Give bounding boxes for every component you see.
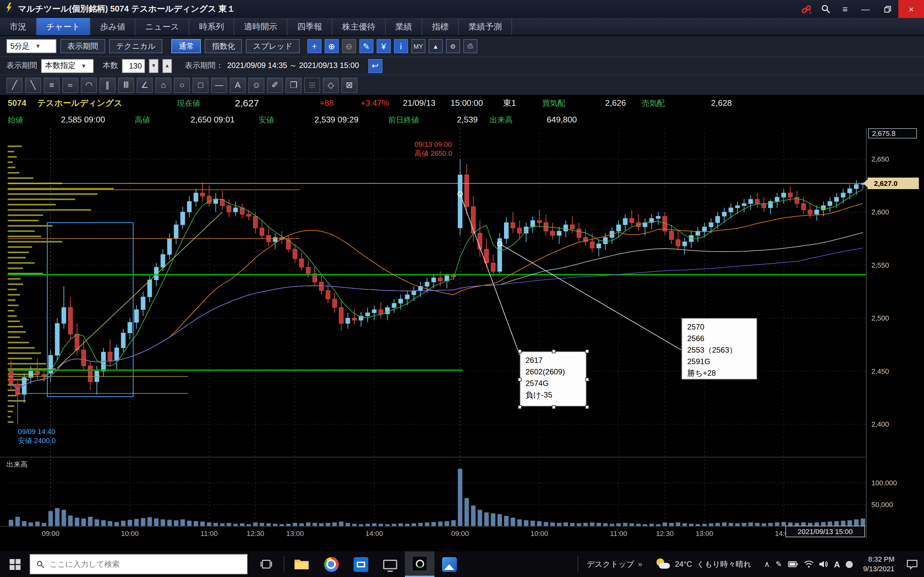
wifi-icon[interactable] bbox=[804, 560, 813, 568]
ime-mode-icon[interactable]: A bbox=[834, 559, 840, 569]
resize-handle[interactable] bbox=[518, 350, 522, 353]
pen-icon[interactable]: ✎ bbox=[775, 560, 782, 569]
tab-4[interactable]: ニュース bbox=[136, 18, 189, 35]
resize-handle[interactable] bbox=[552, 350, 556, 353]
photos-app-icon[interactable] bbox=[435, 551, 464, 577]
file-explorer-icon[interactable] bbox=[287, 551, 317, 577]
icon-stamp-tool[interactable]: ☺ bbox=[248, 77, 264, 93]
eraser-tool[interactable]: ◇ bbox=[323, 77, 339, 93]
chart-canvas[interactable]: 2,6502,6002,5502,5002,4502,400100,00050,… bbox=[0, 128, 924, 551]
desktop-toolbar[interactable]: デスクトップ » bbox=[580, 559, 649, 570]
tab-7[interactable]: 四季報 bbox=[288, 18, 333, 35]
volume-icon[interactable] bbox=[819, 560, 828, 568]
menu-icon[interactable]: ≡ bbox=[835, 0, 855, 18]
chrome-icon[interactable] bbox=[317, 551, 346, 577]
pointer-stamp-tool[interactable]: ✐ bbox=[267, 77, 283, 93]
segment-tool[interactable]: — bbox=[211, 77, 227, 93]
interval-select[interactable]: 5分足▼ bbox=[6, 39, 57, 53]
weather-widget[interactable]: 24°C くもり時々晴れ bbox=[649, 558, 759, 571]
ellipse-tool[interactable]: ○ bbox=[174, 77, 190, 93]
taskbar-separator bbox=[577, 556, 578, 572]
trade-note-2[interactable]: 2570 2566 2553（2563） 2591G 勝ち+28 bbox=[682, 318, 757, 380]
mode-index-button[interactable]: 指数化 bbox=[205, 39, 242, 53]
hline-tool[interactable]: ≡ bbox=[44, 77, 60, 93]
draw-button[interactable]: ✎ bbox=[359, 39, 373, 53]
system-tray: ∧ ✎ A bbox=[759, 559, 858, 569]
taskbar-separator bbox=[284, 556, 284, 572]
close-button[interactable]: × bbox=[898, 0, 924, 18]
search-icon[interactable] bbox=[816, 0, 835, 18]
ray-tool[interactable]: ╲ bbox=[25, 77, 41, 93]
remote-desktop-icon[interactable] bbox=[375, 551, 405, 577]
tab-2[interactable]: チャート bbox=[37, 18, 90, 35]
ime-circle-icon[interactable] bbox=[846, 561, 853, 568]
resize-handle[interactable] bbox=[585, 378, 589, 382]
resize-handle[interactable] bbox=[518, 378, 522, 382]
svg-text:10:00: 10:00 bbox=[531, 530, 548, 538]
tab-9[interactable]: 業績 bbox=[386, 18, 422, 35]
polygon-tool[interactable]: ⌂ bbox=[155, 77, 171, 93]
svg-text:2,600: 2,600 bbox=[871, 208, 889, 216]
zoom-in-button[interactable]: ⊕ bbox=[325, 39, 339, 53]
battery-icon[interactable] bbox=[788, 561, 798, 567]
resize-handle[interactable] bbox=[585, 405, 589, 409]
technical-button[interactable]: テクニカル bbox=[109, 39, 163, 53]
yen-axis-button[interactable]: ¥ bbox=[376, 39, 391, 53]
crosshair-button[interactable]: ＋ bbox=[307, 39, 321, 53]
trading-app-icon[interactable] bbox=[405, 551, 435, 577]
copy-tool[interactable]: ❐ bbox=[286, 77, 302, 93]
angle-tool[interactable]: ∠ bbox=[137, 77, 153, 93]
channel-tool[interactable]: ∥ bbox=[99, 77, 115, 93]
mode-normal-button[interactable]: 通常 bbox=[172, 39, 201, 53]
tab-10[interactable]: 指標 bbox=[422, 18, 459, 35]
mode-spread-button[interactable]: スプレッド bbox=[246, 39, 300, 53]
tab-11[interactable]: 業績予測 bbox=[459, 18, 512, 35]
mountain-chart-button[interactable]: ▲ bbox=[429, 39, 443, 53]
chart-area[interactable]: 2,6502,6002,5502,5002,4502,400100,00050,… bbox=[0, 128, 924, 551]
minimize-button[interactable]: — bbox=[855, 0, 877, 18]
taskbar-clock[interactable]: 8:32 PM 9/13/2021 bbox=[858, 554, 900, 574]
price-change-pct: +3.47% bbox=[360, 95, 389, 111]
tab-8[interactable]: 株主優待 bbox=[333, 18, 386, 35]
resize-handle[interactable] bbox=[552, 405, 556, 409]
trade-note-1[interactable]: 2617 2602(2609) 2574G 負け-35 bbox=[520, 351, 586, 406]
bar-count-input[interactable]: 130 bbox=[122, 59, 145, 73]
title-bar: マルチツール(個別銘柄) 5074 テスホールディングス 東１ 1 ≡ — × bbox=[0, 0, 924, 18]
my-chart-button[interactable]: MY bbox=[411, 39, 425, 53]
mail-app-icon[interactable] bbox=[346, 551, 375, 577]
svg-text:12:30: 12:30 bbox=[656, 530, 674, 538]
settings-wrench-button[interactable]: ⚙ bbox=[446, 39, 460, 53]
start-button[interactable] bbox=[0, 551, 29, 577]
line-tool[interactable]: ╱ bbox=[6, 77, 23, 93]
current-price: 2,627 bbox=[235, 95, 259, 111]
text-tool[interactable]: A bbox=[230, 77, 246, 93]
count-dropdown-button[interactable]: ▼ bbox=[149, 59, 158, 73]
search-input[interactable] bbox=[49, 560, 241, 569]
tab-5[interactable]: 時系列 bbox=[189, 18, 234, 35]
info-button[interactable]: i bbox=[394, 39, 408, 53]
display-period-button[interactable]: 表示期間 bbox=[60, 39, 105, 53]
action-center-icon[interactable] bbox=[900, 551, 924, 577]
fibonacci-tool[interactable]: ◠ bbox=[81, 77, 97, 93]
count-up-button[interactable]: ▲ bbox=[162, 59, 172, 73]
taskbar-search[interactable] bbox=[29, 554, 248, 574]
task-view-button[interactable] bbox=[252, 551, 281, 577]
restore-button[interactable] bbox=[877, 0, 898, 18]
hidden-icons-chevron[interactable]: ∧ bbox=[764, 560, 770, 569]
zoom-out-button[interactable]: ⊖ bbox=[342, 39, 356, 53]
vline-tool[interactable]: Ⅲ bbox=[118, 77, 134, 93]
clear-all-tool[interactable]: ⊠ bbox=[341, 77, 357, 93]
rect-tool[interactable]: □ bbox=[192, 77, 208, 93]
count-mode-select[interactable]: 本数指定▼ bbox=[41, 59, 94, 73]
svg-text:14:00: 14:00 bbox=[365, 530, 383, 538]
tab-1[interactable]: 市況 bbox=[0, 18, 37, 35]
parallel-lines-tool[interactable]: ＝ bbox=[62, 77, 78, 93]
resize-handle[interactable] bbox=[518, 405, 522, 409]
tab-3[interactable]: 歩み値 bbox=[90, 18, 136, 35]
resize-handle[interactable] bbox=[585, 350, 589, 353]
link-group-icon[interactable]: 1 bbox=[797, 0, 816, 18]
price-label: 現在値 bbox=[177, 95, 200, 111]
reset-period-button[interactable]: ↩ bbox=[368, 59, 382, 73]
print-button[interactable]: ⎙ bbox=[463, 39, 477, 53]
tab-6[interactable]: 適時開示 bbox=[234, 18, 288, 35]
